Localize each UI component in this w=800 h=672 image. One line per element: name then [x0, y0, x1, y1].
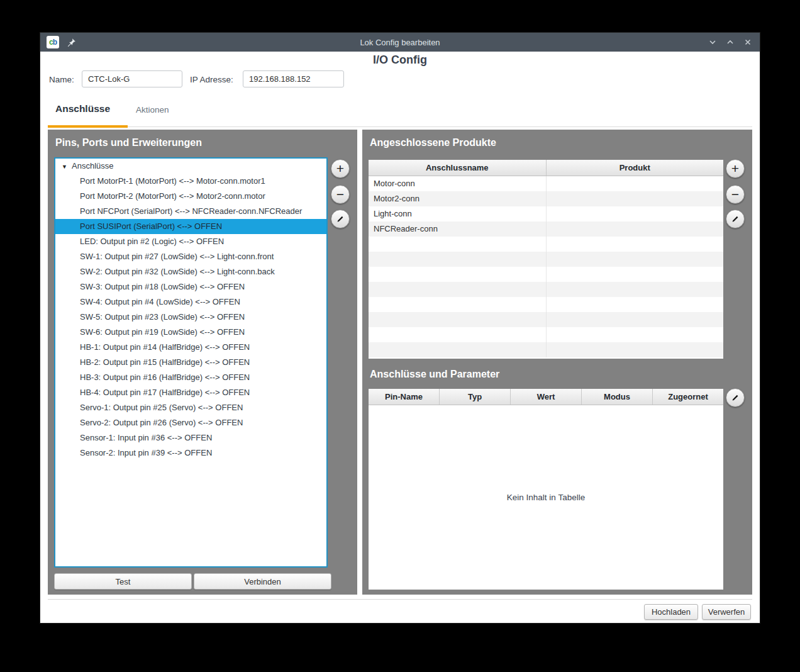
ip-input[interactable] — [243, 70, 344, 87]
edit-product-button[interactable] — [726, 210, 745, 228]
table-row[interactable]: Light-conn — [369, 206, 723, 221]
tree-item[interactable]: SW-5: Output pin #23 (LowSide) <--> OFFE… — [55, 310, 326, 325]
tree-item[interactable]: Sensor-2: Input pin #39 <--> OFFEN — [55, 445, 326, 461]
edit-port-button[interactable] — [331, 210, 350, 228]
remove-product-button[interactable]: − — [726, 185, 745, 204]
pin-icon[interactable] — [67, 37, 77, 47]
anschlussname-cell — [369, 297, 547, 312]
add-product-button[interactable]: + — [726, 159, 745, 178]
tree-root-label: Anschlüsse — [72, 161, 113, 171]
pins-ports-panel-title: Pins, Ports und Erweiterungen — [55, 137, 202, 148]
pencil-icon — [731, 393, 740, 402]
tree-item[interactable]: HB-4: Output pin #17 (HalfBridge) <--> O… — [55, 385, 326, 400]
products-table: AnschlussnameProdukt Motor-connMotor2-co… — [369, 160, 723, 359]
edit-parameter-button[interactable] — [726, 388, 745, 407]
lok-config-window: cb Lok Config bearbeiten I/O Config Name… — [40, 33, 760, 623]
tree-item-selected[interactable]: Port SUSIPort (SerialPort) <--> OFFEN — [55, 219, 326, 234]
table-row-empty — [369, 282, 723, 297]
anschlussname-cell — [369, 267, 547, 282]
tree-item[interactable]: Servo-1: Output pin #25 (Servo) <--> OFF… — [55, 400, 326, 415]
table-row-empty — [369, 252, 723, 267]
parameter-table-placeholder: Kein Inhalt in Tabelle — [369, 405, 723, 590]
tab-aktionen[interactable]: Aktionen — [136, 105, 169, 115]
tab-divider — [48, 126, 752, 127]
footer-divider — [48, 599, 752, 600]
add-port-button[interactable]: + — [331, 159, 350, 178]
table-row[interactable]: Motor2-conn — [369, 191, 723, 206]
anschlussname-cell: Light-conn — [369, 206, 547, 221]
column-header[interactable]: Produkt — [547, 160, 724, 176]
produkt-cell — [547, 342, 724, 357]
column-header[interactable]: Modus — [582, 389, 653, 405]
window-title: Lok Config bearbeiten — [40, 38, 760, 47]
tree-item[interactable]: SW-3: Output pin #18 (LowSide) <--> OFFE… — [55, 279, 326, 294]
chevron-down-icon[interactable]: ▼ — [62, 159, 72, 174]
tree-item[interactable]: HB-3: Output pin #16 (HalfBridge) <--> O… — [55, 370, 326, 385]
tree-item[interactable]: Servo-2: Output pin #26 (Servo) <--> OFF… — [55, 415, 326, 430]
close-icon[interactable] — [742, 36, 753, 48]
titlebar[interactable]: cb Lok Config bearbeiten — [40, 33, 760, 52]
tree-item[interactable]: SW-4: Output pin #4 (LowSide) <--> OFFEN — [55, 294, 326, 310]
parameter-table: Pin-NameTypWertModusZugeornet Kein Inhal… — [369, 389, 723, 590]
produkt-cell — [547, 191, 724, 206]
produkt-cell — [547, 252, 724, 267]
tree-item[interactable]: Port MotorPt-1 (MotorPort) <--> Motor-co… — [55, 174, 326, 189]
produkt-cell — [547, 282, 724, 297]
tree-item[interactable]: SW-1: Output pin #27 (LowSide) <--> Ligh… — [55, 249, 326, 264]
anschlussname-cell — [369, 327, 547, 342]
verbinden-button[interactable]: Verbinden — [194, 573, 331, 590]
produkt-cell — [547, 312, 724, 327]
logo-letter-b: b — [53, 38, 57, 47]
verwerfen-button[interactable]: Verwerfen — [702, 604, 751, 620]
column-header[interactable]: Pin-Name — [369, 389, 440, 405]
produkt-cell — [547, 267, 724, 282]
tree-item[interactable]: HB-2: Output pin #15 (HalfBridge) <--> O… — [55, 355, 326, 370]
products-panel-title: Angeschlossene Produkte — [370, 137, 496, 148]
tree-item[interactable]: Port NFCPort (SerialPort) <--> NFCReader… — [55, 204, 326, 219]
name-label: Name: — [49, 75, 74, 84]
name-input[interactable] — [82, 70, 182, 87]
hochladen-button[interactable]: Hochladen — [644, 604, 698, 620]
minimize-icon[interactable] — [707, 36, 718, 48]
ip-label: IP Adresse: — [190, 75, 233, 84]
anschlussname-cell — [369, 342, 547, 357]
tab-anschluesse[interactable]: Anschlüsse — [55, 103, 110, 115]
anschlussname-cell: Motor2-conn — [369, 191, 547, 206]
produkt-cell — [547, 237, 724, 252]
produkt-cell — [547, 327, 724, 342]
table-row[interactable]: Motor-conn — [369, 176, 723, 191]
tree-root-anschluesse[interactable]: ▼Anschlüsse — [55, 159, 326, 174]
table-row-empty — [369, 267, 723, 282]
table-row-empty — [369, 297, 723, 312]
anschlussname-cell — [369, 282, 547, 297]
tree-item[interactable]: LED: Output pin #2 (Logic) <--> OFFEN — [55, 234, 326, 249]
active-tab-indicator — [48, 125, 128, 128]
anschlussname-cell: Motor-conn — [369, 176, 547, 191]
column-header[interactable]: Typ — [440, 389, 511, 405]
page-title: I/O Config — [40, 53, 760, 67]
pencil-icon — [336, 215, 345, 223]
table-row-empty — [369, 312, 723, 327]
column-header[interactable]: Wert — [511, 389, 582, 405]
column-header[interactable]: Zugeornet — [653, 389, 723, 405]
table-row[interactable]: NFCReader-conn — [369, 221, 723, 237]
table-row-empty — [369, 237, 723, 252]
tree-item[interactable]: SW-6: Output pin #19 (LowSide) <--> OFFE… — [55, 325, 326, 340]
remove-port-button[interactable]: − — [331, 185, 350, 204]
tree-item[interactable]: SW-2: Output pin #32 (LowSide) <--> Ligh… — [55, 264, 326, 279]
tree-item[interactable]: Sensor-1: Input pin #36 <--> OFFEN — [55, 430, 326, 445]
app-logo: cb — [47, 36, 59, 48]
ports-tree[interactable]: ▼Anschlüsse Port MotorPt-1 (MotorPort) <… — [54, 157, 328, 568]
test-button[interactable]: Test — [54, 573, 192, 590]
anschlussname-cell — [369, 252, 547, 267]
anschlussname-cell — [369, 237, 547, 252]
pins-ports-panel: Pins, Ports und Erweiterungen ▼Anschlüss… — [48, 130, 357, 595]
tree-item[interactable]: HB-1: Output pin #14 (HalfBridge) <--> O… — [55, 340, 326, 355]
maximize-icon[interactable] — [725, 36, 736, 48]
produkt-cell — [547, 221, 724, 237]
tree-item[interactable]: Port MotorPt-2 (MotorPort) <--> Motor2-c… — [55, 189, 326, 204]
produkt-cell — [547, 297, 724, 312]
column-header[interactable]: Anschlussname — [369, 160, 547, 176]
table-row-empty — [369, 342, 723, 357]
anschlussname-cell: NFCReader-conn — [369, 221, 547, 237]
